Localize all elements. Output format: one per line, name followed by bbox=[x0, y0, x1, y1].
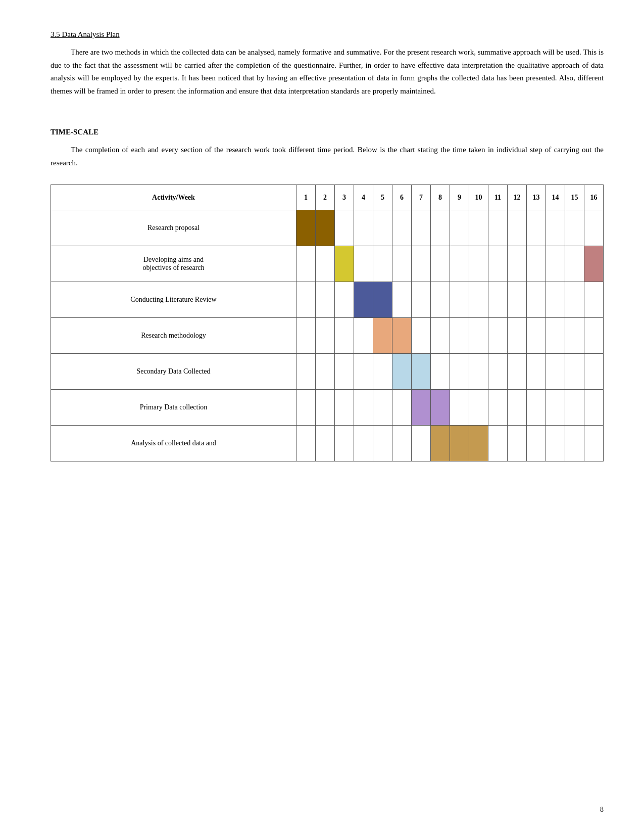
week-cell-4-8 bbox=[431, 318, 450, 354]
week-cell-5-7 bbox=[412, 354, 431, 390]
week-cell-1-2 bbox=[316, 210, 335, 246]
week-cell-5-2 bbox=[316, 354, 335, 390]
week-cell-2-9 bbox=[450, 246, 469, 282]
gantt-row: Research methodology bbox=[51, 318, 604, 354]
gantt-row: Secondary Data Collected bbox=[51, 354, 604, 390]
week-cell-6-13 bbox=[527, 390, 546, 426]
gantt-row: Research proposal bbox=[51, 210, 604, 246]
week-cell-6-3 bbox=[335, 390, 354, 426]
week-cell-5-9 bbox=[450, 354, 469, 390]
week-cell-6-5 bbox=[373, 390, 392, 426]
week-cell-4-15 bbox=[565, 318, 584, 354]
week-cell-2-5 bbox=[373, 246, 392, 282]
header-week-1: 1 bbox=[296, 185, 316, 210]
activity-cell: Research methodology bbox=[51, 318, 296, 354]
week-cell-3-1 bbox=[296, 282, 316, 318]
week-cell-2-15 bbox=[565, 246, 584, 282]
week-cell-3-13 bbox=[527, 282, 546, 318]
week-cell-2-8 bbox=[431, 246, 450, 282]
week-cell-3-11 bbox=[488, 282, 508, 318]
week-cell-3-8 bbox=[431, 282, 450, 318]
week-cell-1-8 bbox=[431, 210, 450, 246]
week-cell-5-15 bbox=[565, 354, 584, 390]
week-cell-4-12 bbox=[508, 318, 527, 354]
week-cell-2-10 bbox=[469, 246, 488, 282]
week-cell-1-13 bbox=[527, 210, 546, 246]
week-cell-4-4 bbox=[354, 318, 373, 354]
week-cell-6-10 bbox=[469, 390, 488, 426]
week-cell-5-8 bbox=[431, 354, 450, 390]
week-cell-4-14 bbox=[546, 318, 565, 354]
week-cell-3-9 bbox=[450, 282, 469, 318]
week-cell-5-4 bbox=[354, 354, 373, 390]
timescale-title: TIME-SCALE bbox=[51, 128, 604, 136]
week-cell-7-3 bbox=[335, 426, 354, 461]
week-cell-6-9 bbox=[450, 390, 469, 426]
section-heading: 3.5 Data Analysis Plan bbox=[51, 30, 604, 39]
week-cell-2-16 bbox=[584, 246, 604, 282]
gantt-row: Conducting Literature Review bbox=[51, 282, 604, 318]
week-cell-5-5 bbox=[373, 354, 392, 390]
week-cell-4-7 bbox=[412, 318, 431, 354]
week-cell-6-2 bbox=[316, 390, 335, 426]
week-cell-4-16 bbox=[584, 318, 604, 354]
week-cell-4-11 bbox=[488, 318, 508, 354]
week-cell-1-12 bbox=[508, 210, 527, 246]
activity-cell: Developing aims andobjectives of researc… bbox=[51, 246, 296, 282]
week-cell-3-4 bbox=[354, 282, 373, 318]
week-cell-4-6 bbox=[392, 318, 412, 354]
week-cell-3-10 bbox=[469, 282, 488, 318]
week-cell-7-6 bbox=[392, 426, 412, 461]
gantt-table: Activity/Week 1 2 3 4 5 6 7 8 9 10 11 12… bbox=[51, 184, 604, 461]
header-week-3: 3 bbox=[335, 185, 354, 210]
header-week-13: 13 bbox=[527, 185, 546, 210]
gantt-header-row: Activity/Week 1 2 3 4 5 6 7 8 9 10 11 12… bbox=[51, 185, 604, 210]
week-cell-7-9 bbox=[450, 426, 469, 461]
header-week-8: 8 bbox=[431, 185, 450, 210]
week-cell-2-7 bbox=[412, 246, 431, 282]
week-cell-3-16 bbox=[584, 282, 604, 318]
week-cell-1-9 bbox=[450, 210, 469, 246]
week-cell-6-16 bbox=[584, 390, 604, 426]
week-cell-5-10 bbox=[469, 354, 488, 390]
week-cell-5-16 bbox=[584, 354, 604, 390]
activity-cell: Research proposal bbox=[51, 210, 296, 246]
week-cell-4-2 bbox=[316, 318, 335, 354]
week-cell-7-8 bbox=[431, 426, 450, 461]
header-week-2: 2 bbox=[316, 185, 335, 210]
week-cell-5-11 bbox=[488, 354, 508, 390]
week-cell-3-12 bbox=[508, 282, 527, 318]
week-cell-5-3 bbox=[335, 354, 354, 390]
week-cell-6-1 bbox=[296, 390, 316, 426]
header-week-4: 4 bbox=[354, 185, 373, 210]
week-cell-2-11 bbox=[488, 246, 508, 282]
week-cell-4-10 bbox=[469, 318, 488, 354]
week-cell-2-6 bbox=[392, 246, 412, 282]
header-week-6: 6 bbox=[392, 185, 412, 210]
week-cell-2-1 bbox=[296, 246, 316, 282]
week-cell-7-11 bbox=[488, 426, 508, 461]
week-cell-7-16 bbox=[584, 426, 604, 461]
week-cell-3-14 bbox=[546, 282, 565, 318]
week-cell-4-5 bbox=[373, 318, 392, 354]
week-cell-7-5 bbox=[373, 426, 392, 461]
header-week-9: 9 bbox=[450, 185, 469, 210]
week-cell-7-7 bbox=[412, 426, 431, 461]
week-cell-7-13 bbox=[527, 426, 546, 461]
week-cell-5-6 bbox=[392, 354, 412, 390]
week-cell-7-4 bbox=[354, 426, 373, 461]
week-cell-6-6 bbox=[392, 390, 412, 426]
header-week-16: 16 bbox=[584, 185, 604, 210]
header-week-14: 14 bbox=[546, 185, 565, 210]
header-week-7: 7 bbox=[412, 185, 431, 210]
week-cell-2-14 bbox=[546, 246, 565, 282]
week-cell-1-16 bbox=[584, 210, 604, 246]
week-cell-2-2 bbox=[316, 246, 335, 282]
week-cell-1-5 bbox=[373, 210, 392, 246]
week-cell-3-15 bbox=[565, 282, 584, 318]
activity-cell: Conducting Literature Review bbox=[51, 282, 296, 318]
week-cell-2-3 bbox=[335, 246, 354, 282]
header-week-15: 15 bbox=[565, 185, 584, 210]
week-cell-6-4 bbox=[354, 390, 373, 426]
week-cell-3-2 bbox=[316, 282, 335, 318]
